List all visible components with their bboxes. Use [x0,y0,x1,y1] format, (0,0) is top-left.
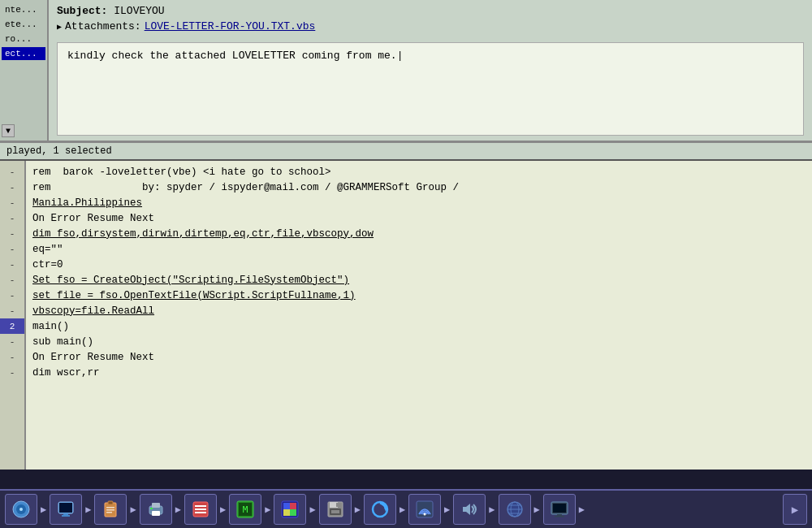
line-num-1: - [0,164,24,180]
start-icon [12,500,30,518]
taskbar-btn-globe[interactable] [499,494,531,525]
code-content: rem barok -loveletter(vbe) <i hate go to… [26,161,812,470]
settings-icon [192,500,209,518]
svg-rect-19 [195,512,206,513]
attachment-arrow-icon[interactable]: ▶ [57,22,62,32]
line-num-4: - [0,210,24,226]
floppy-icon [326,500,344,518]
refresh-icon [371,500,389,518]
end-arrow-button[interactable]: ▶ [783,494,807,525]
svg-rect-44 [553,504,566,513]
monitor-arrow[interactable]: ▶ [85,504,91,516]
attachment-filename[interactable]: LOVE-LETTER-FOR-YOU.TXT.vbs [145,20,316,32]
line-num-3: - [0,195,24,210]
taskbar-btn-app2[interactable] [274,494,306,525]
svg-rect-6 [62,515,70,517]
sidebar-item-4[interactable]: ect... [2,47,45,60]
status-bar: played, 1 selected [0,142,812,161]
code-line-5: dim fso,dirsystem,dirwin,dirtemp,eq,ctr,… [32,226,806,241]
clipboard-arrow[interactable]: ▶ [130,504,136,516]
start-button[interactable] [5,494,37,525]
email-attachment-line: ▶ Attachments: LOVE-LETTER-FOR-YOU.TXT.v… [57,20,804,32]
app1-arrow[interactable]: ▶ [265,504,270,516]
line-num-8: - [0,272,24,288]
start-arrow[interactable]: ▶ [41,504,46,516]
svg-point-36 [424,513,426,516]
svg-rect-5 [63,513,68,515]
line-num-9: - [0,288,24,303]
svg-rect-15 [150,508,153,509]
svg-text:M: M [243,504,248,515]
email-subject-line: Subject: ILOVEYOU [57,5,804,17]
refresh-arrow[interactable]: ▶ [400,504,405,516]
code-line-6: eq="" [32,241,806,257]
line-num-5: - [0,226,24,241]
svg-rect-11 [106,512,112,513]
taskbar-btn-refresh[interactable] [364,494,396,525]
taskbar-btn-monitor[interactable] [50,494,82,525]
floppy-arrow[interactable]: ▶ [355,504,361,516]
svg-rect-14 [152,511,160,516]
svg-rect-17 [195,505,206,507]
code-line-4: On Error Resume Next [32,210,806,226]
taskbar-btn-volume[interactable] [453,494,486,525]
svg-rect-9 [106,507,114,509]
code-line-2: rem by: spyder / ispyder@mail.com / @GRA… [32,180,806,195]
svg-rect-26 [283,509,290,516]
scroll-down-button[interactable]: ▼ [2,124,15,137]
svg-rect-45 [557,514,562,516]
svg-rect-13 [152,503,160,508]
code-line-1: rem barok -loveletter(vbe) <i hate go to… [32,164,806,180]
network-arrow[interactable]: ▶ [444,504,450,516]
code-line-11: main() [32,318,806,334]
line-num-13: - [0,349,24,365]
code-line-10: vbscopy=file.ReadAll [32,303,806,318]
subject-value: ILOVEYOU [114,5,164,17]
line-num-6: - [0,241,24,257]
svg-rect-25 [290,503,296,509]
volume-arrow[interactable]: ▶ [489,504,495,516]
app1-icon: M [236,500,254,518]
svg-rect-4 [59,503,72,513]
taskbar-btn-settings[interactable] [184,494,217,525]
code-line-13: On Error Resume Next [32,349,806,365]
network-icon [416,500,434,518]
code-panel: - - - - - - - - - - 2 - - - rem barok -l… [0,161,812,470]
line-num-10: - [0,303,24,318]
svg-rect-10 [106,509,114,511]
svg-rect-8 [108,501,113,504]
screen-arrow[interactable]: ▶ [579,504,585,516]
line-num-7: - [0,257,24,272]
code-line-8: Set fso = CreateObject("Scripting.FileSy… [32,272,806,288]
status-text: played, 1 selected [6,145,112,157]
taskbar-btn-floppy[interactable] [319,494,352,525]
line-numbers: - - - - - - - - - - 2 - - - [0,161,26,470]
sidebar-item-2[interactable]: ete... [2,18,45,31]
monitor-icon [57,500,75,518]
taskbar: ▶ ▶ ▶ ▶ [0,489,812,528]
taskbar-btn-printer[interactable] [140,494,172,525]
taskbar-btn-app1[interactable]: M [229,494,261,525]
svg-point-2 [19,508,23,511]
printer-arrow[interactable]: ▶ [175,504,181,516]
taskbar-btn-network[interactable] [408,494,441,525]
code-line-9: set file = fso.OpenTextFile(WScript.Scri… [32,288,806,303]
svg-rect-18 [195,509,206,510]
app2-icon [281,500,299,518]
attachments-label: Attachments: [65,20,141,32]
folder-sidebar: nte... ete... ro... ect... ▼ [0,0,49,141]
taskbar-btn-clipboard[interactable] [94,494,127,525]
email-panel: nte... ete... ro... ect... ▼ Subject: IL… [0,0,812,142]
email-body: kindly check the attached LOVELETTER com… [57,42,804,136]
globe-arrow[interactable]: ▶ [534,504,540,516]
line-num-2: - [0,180,24,195]
email-content: Subject: ILOVEYOU ▶ Attachments: LOVE-LE… [49,0,812,141]
taskbar-btn-screen[interactable] [543,494,576,525]
svg-marker-37 [463,504,470,515]
sidebar-item-1[interactable]: nte... [2,3,45,16]
svg-rect-32 [336,503,338,507]
sidebar-item-3[interactable]: ro... [2,32,45,45]
settings-arrow[interactable]: ▶ [220,504,226,516]
svg-rect-31 [331,510,339,513]
app2-arrow[interactable]: ▶ [309,504,315,516]
